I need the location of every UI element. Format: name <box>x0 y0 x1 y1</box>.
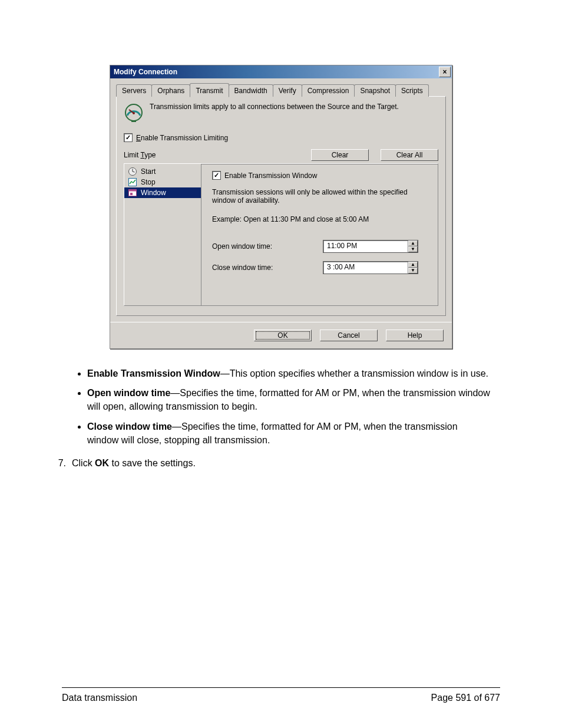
chart-stop-icon <box>128 177 137 187</box>
footer-right: Page 591 of 677 <box>431 693 500 703</box>
tab-row: Servers Orphans Transmit Bandwidth Verif… <box>116 83 446 97</box>
limit-type-item-window[interactable]: Window <box>124 187 201 198</box>
limit-type-item-stop[interactable]: Stop <box>124 177 201 187</box>
list-item: Close window time—Specifies the time, fo… <box>87 420 491 447</box>
info-text: Transmission limits apply to all connect… <box>150 103 399 111</box>
clear-all-button[interactable]: Clear All <box>381 149 438 161</box>
ok-button[interactable]: OK <box>254 330 312 341</box>
spinner-up-icon[interactable]: ▲ <box>408 241 418 246</box>
close-window-time-value[interactable]: 3 :00 AM <box>323 262 408 274</box>
tab-snapshot[interactable]: Snapshot <box>354 84 396 97</box>
spinner-down-icon[interactable]: ▼ <box>408 246 418 252</box>
close-window-time-spinner[interactable]: 3 :00 AM ▲ ▼ <box>323 261 418 274</box>
list-item: Enable Transmission Window—This option s… <box>87 367 491 380</box>
open-window-time-label: Open window time: <box>212 242 312 251</box>
limit-type-list[interactable]: Start Stop Window <box>124 164 201 305</box>
footer-left: Data transmission <box>62 693 137 703</box>
document-body: Enable Transmission Window—This option s… <box>71 367 491 470</box>
window-title: Modify Connection <box>114 68 439 76</box>
dialog-button-row: OK Cancel Help <box>110 322 452 348</box>
footer-divider <box>62 687 500 688</box>
tab-bandwidth[interactable]: Bandwidth <box>229 84 273 97</box>
enable-transmission-limiting-label: Enable Transmission Limiting <box>136 134 228 142</box>
numbered-step: 7. Click OK to save the settings. <box>54 456 491 470</box>
clear-button[interactable]: Clear <box>311 149 369 161</box>
list-item-label: Start <box>141 167 156 176</box>
window-icon <box>128 188 137 197</box>
list-item-label: Stop <box>141 178 156 186</box>
tab-verify[interactable]: Verify <box>273 84 302 97</box>
tab-orphans[interactable]: Orphans <box>151 84 190 97</box>
svg-rect-10 <box>130 193 133 195</box>
limit-type-item-start[interactable]: Start <box>124 166 201 177</box>
svg-rect-3 <box>131 120 136 122</box>
svg-rect-9 <box>129 190 137 192</box>
page-footer: Data transmission Page 591 of 677 <box>62 693 500 703</box>
open-window-time-spinner[interactable]: 11:00 PM ▲ ▼ <box>323 240 418 253</box>
limit-type-detail: Enable Transmission Window Transmission … <box>201 164 438 305</box>
enable-transmission-limiting-checkbox[interactable] <box>124 133 133 142</box>
svg-point-2 <box>133 112 135 114</box>
close-icon[interactable]: × <box>439 67 451 77</box>
close-window-time-label: Close window time: <box>212 263 312 272</box>
open-window-time-value[interactable]: 11:00 PM <box>323 241 408 252</box>
tab-servers[interactable]: Servers <box>116 84 152 97</box>
limit-type-label: Limit Type <box>124 151 156 159</box>
detail-example: Example: Open at 11:30 PM and close at 5… <box>212 215 427 223</box>
spinner-down-icon[interactable]: ▼ <box>408 268 418 274</box>
enable-transmission-window-label: Enable Transmission Window <box>224 172 317 180</box>
list-item-label: Window <box>141 189 166 197</box>
list-item: Open window time—Specifies the time, for… <box>87 386 491 413</box>
tab-scripts[interactable]: Scripts <box>395 84 429 97</box>
gauge-icon <box>124 103 144 123</box>
tab-panel-transmit: Transmission limits apply to all connect… <box>116 96 446 316</box>
cancel-button[interactable]: Cancel <box>320 330 378 341</box>
detail-description: Transmission sessions will only be allow… <box>212 188 427 205</box>
spinner-up-icon[interactable]: ▲ <box>408 262 418 268</box>
titlebar[interactable]: Modify Connection × <box>110 65 452 78</box>
help-button[interactable]: Help <box>386 330 444 341</box>
tab-transmit[interactable]: Transmit <box>190 83 229 97</box>
enable-transmission-window-checkbox[interactable] <box>212 171 221 180</box>
modify-connection-dialog: Modify Connection × Servers Orphans Tran… <box>110 65 452 349</box>
clock-icon <box>128 167 137 176</box>
tab-compression[interactable]: Compression <box>302 84 355 97</box>
